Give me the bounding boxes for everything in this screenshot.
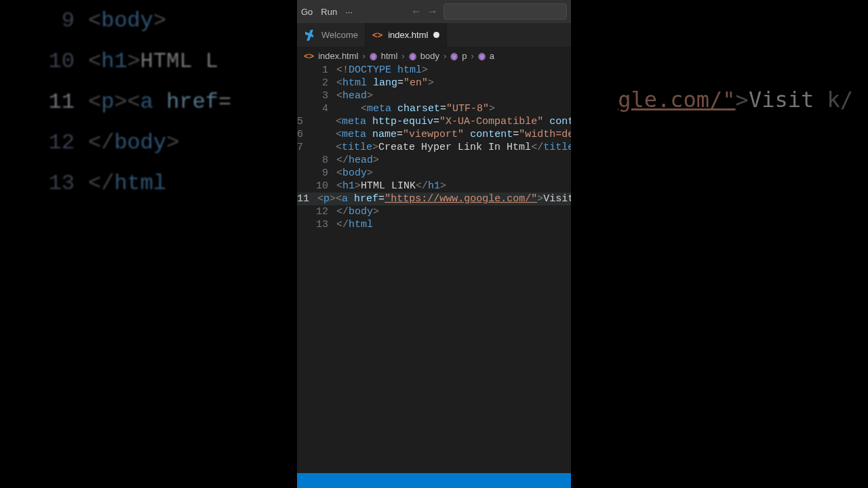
tab-welcome[interactable]: Welcome xyxy=(297,23,366,47)
tag-icon: ◉ xyxy=(370,51,377,61)
vscode-icon xyxy=(304,29,316,41)
breadcrumb-item[interactable]: body xyxy=(420,51,439,61)
line-number: 8 xyxy=(297,154,336,167)
tab-label: index.html xyxy=(388,30,428,40)
breadcrumb-item[interactable]: html xyxy=(381,51,398,61)
menu-more-icon[interactable]: ··· xyxy=(341,7,357,17)
breadcrumb-item[interactable]: a xyxy=(490,51,494,61)
tab-label: Welcome xyxy=(321,30,358,40)
chevron-right-icon: › xyxy=(401,51,404,61)
breadcrumb-item[interactable]: p xyxy=(462,51,467,61)
line-number: 1 xyxy=(297,64,336,77)
nav-forward-icon[interactable]: → xyxy=(427,5,438,18)
tag-icon: ◉ xyxy=(409,51,416,61)
menu-bar: Go Run ··· ← → xyxy=(297,0,571,23)
chevron-right-icon: › xyxy=(443,51,446,61)
line-number: 10 xyxy=(297,180,336,192)
tag-icon: ◉ xyxy=(478,51,486,61)
line-number: 13 xyxy=(297,218,336,231)
tab-bar: Welcome <> index.html xyxy=(297,23,571,47)
breadcrumb[interactable]: <> index.html › ◉ html › ◉ body › ◉ p › … xyxy=(297,47,571,64)
line-number: 4 xyxy=(297,102,336,115)
line-number: 9 xyxy=(297,167,336,180)
tab-index-html[interactable]: <> index.html xyxy=(366,23,447,47)
line-number: 6 xyxy=(297,128,311,141)
line-number: 7 xyxy=(297,141,311,154)
line-number: 2 xyxy=(297,77,336,89)
line-number: 12 xyxy=(297,205,336,218)
current-line[interactable]: 11<p><a href="https://www.google.com/">V… xyxy=(297,192,571,205)
line-number: 11 xyxy=(297,192,317,205)
line-number: 3 xyxy=(297,89,336,102)
chevron-right-icon: › xyxy=(471,51,473,61)
html-file-icon: <> xyxy=(372,30,382,40)
status-bar[interactable] xyxy=(297,473,571,488)
unsaved-dot-icon xyxy=(433,32,439,38)
menu-run[interactable]: Run xyxy=(317,7,341,17)
tag-icon: ◉ xyxy=(450,51,458,61)
vscode-window: Go Run ··· ← → Welcome <> index.html <> … xyxy=(297,0,571,488)
breadcrumb-item[interactable]: index.html xyxy=(318,51,358,61)
chevron-right-icon: › xyxy=(362,51,365,61)
line-number: 5 xyxy=(297,115,311,128)
html-file-icon: <> xyxy=(304,51,314,61)
nav-back-icon[interactable]: ← xyxy=(411,5,422,18)
code-editor[interactable]: 1<!DOCTYPE html> 2<html lang="en"> 3<hea… xyxy=(297,64,571,473)
command-search-input[interactable] xyxy=(443,3,567,20)
menu-go[interactable]: Go xyxy=(297,7,317,17)
stage: 9 <<body>body> 10 <h1>HTML L 11 <p><a hr… xyxy=(0,0,868,488)
